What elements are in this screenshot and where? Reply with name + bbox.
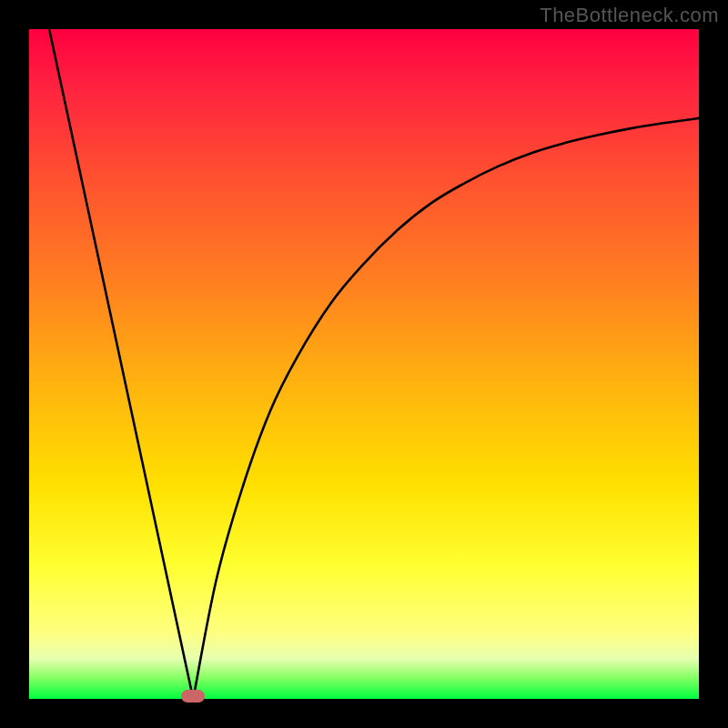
curve-right-branch bbox=[193, 118, 699, 699]
chart-plot-area bbox=[29, 29, 699, 699]
watermark-text: TheBottleneck.com bbox=[540, 4, 719, 27]
optimum-marker bbox=[181, 690, 205, 703]
chart-curve-svg bbox=[29, 29, 699, 699]
curve-left-branch bbox=[49, 29, 193, 699]
